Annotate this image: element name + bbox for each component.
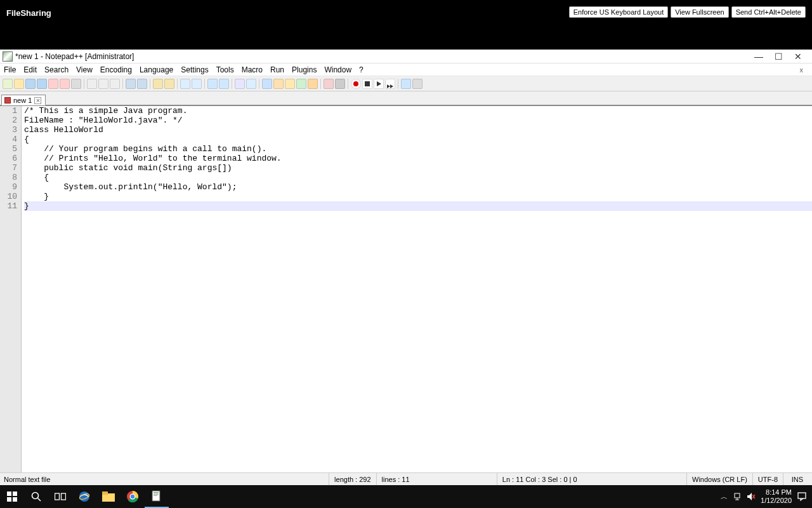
tab-modified-icon [4,97,11,104]
gutter-line: 4 [0,135,17,144]
tray-volume-icon[interactable] [747,492,756,501]
toolbar-separator [232,79,232,89]
toolbar-zoom-in-icon[interactable] [180,79,190,89]
toolbar-play-multi-icon[interactable] [385,79,395,89]
toolbar-replace-icon[interactable] [164,79,174,89]
search-button[interactable] [24,485,48,508]
tray-clock[interactable]: 8:14 PM 1/12/2020 [761,488,792,505]
toolbar-find-icon[interactable] [153,79,163,89]
task-view-button[interactable] [48,485,72,508]
taskbar-explorer[interactable] [96,485,121,508]
taskbar-notepadpp[interactable] [145,485,169,508]
code-line[interactable]: } [24,201,812,211]
close-button[interactable]: ✕ [794,51,802,62]
menu-language[interactable]: Language [140,65,173,74]
titlebar[interactable]: *new 1 - Notepad++ [Administrator] — ☐ ✕ [0,50,812,64]
toolbar-close-icon[interactable] [48,79,58,89]
line-gutter: 1234567891011 [0,106,22,472]
toolbar-stop-icon[interactable] [362,79,372,89]
toolbar [0,76,812,91]
toolbar-save-icon[interactable] [25,79,36,89]
toolbar-lang-icon[interactable] [273,79,284,89]
window-controls: — ☐ ✕ [754,51,809,62]
menu-settings[interactable]: Settings [181,65,208,74]
toolbar-separator [122,79,123,89]
code-line[interactable]: /* This is a simple Java program. [24,106,812,116]
taskbar-ie[interactable] [72,485,96,508]
host-btn-cad[interactable]: Send Ctrl+Alt+Delete [731,6,806,18]
toolbar-cut-icon[interactable] [87,79,97,89]
toolbar-unfold-icon[interactable] [296,79,306,89]
menu-view[interactable]: View [76,65,93,74]
toolbar-record-icon[interactable] [351,79,361,89]
menu-tools[interactable]: Tools [216,65,234,74]
gutter-line: 5 [0,144,17,154]
menu-help[interactable]: ? [359,65,363,74]
toolbar-macro-save-icon[interactable] [401,79,411,89]
code-line[interactable]: { [24,173,812,182]
menu-search[interactable]: Search [44,65,69,74]
tray-notifications-icon[interactable] [797,491,807,502]
toolbar-play-icon[interactable] [374,79,384,89]
code-line[interactable]: // Prints "Hello, World" to the terminal… [24,154,812,163]
toolbar-wrap-icon[interactable] [235,79,245,89]
code-line[interactable]: System.out.println("Hello, World"); [24,182,812,192]
editor[interactable]: 1234567891011 /* This is a simple Java p… [0,105,812,472]
window-title: *new 1 - Notepad++ [Administrator] [15,52,754,61]
host-btn-fullscreen[interactable]: View Fullscreen [671,6,728,18]
tab-close-icon[interactable]: × [34,97,41,104]
host-btn-keyboard[interactable]: Enforce US Keyboard Layout [569,6,668,18]
toolbar-open-icon[interactable] [14,79,24,89]
toolbar-undo-icon[interactable] [126,79,136,89]
code-line[interactable]: public static void main(String args[]) [24,163,812,173]
svg-rect-25 [798,493,806,498]
code-line[interactable]: // Your program begins with a call to ma… [24,144,812,154]
minimize-button[interactable]: — [754,51,763,62]
menu-macro[interactable]: Macro [242,65,263,74]
tray-chevron-icon[interactable]: ︿ [721,492,728,502]
svg-rect-3 [13,497,17,502]
toolbar-separator [84,79,84,89]
toolbar-new-icon[interactable] [3,79,13,89]
svg-rect-18 [154,495,157,496]
start-button[interactable] [0,485,24,508]
status-mode[interactable]: INS [783,473,808,485]
status-eol[interactable]: Windows (CR LF) [686,473,752,485]
toolbar-fold-icon[interactable] [285,79,295,89]
menu-file[interactable]: File [4,65,16,74]
menu-window[interactable]: Window [324,65,351,74]
code-area[interactable]: /* This is a simple Java program.FileNam… [22,106,812,472]
toolbar-redo-icon[interactable] [137,79,147,89]
menu-plugins[interactable]: Plugins [292,65,317,74]
toolbar-sync-h-icon[interactable] [219,79,229,89]
code-line[interactable]: } [24,192,812,201]
toolbar-paste-icon[interactable] [110,79,120,89]
toolbar-folder-icon[interactable] [308,79,318,89]
tab-label: new 1 [13,97,32,104]
tray-network-icon[interactable] [733,492,742,501]
tab-new-1[interactable]: new 1 × [1,95,46,105]
toolbar-func-list-icon[interactable] [335,79,345,89]
toolbar-copy-icon[interactable] [98,79,108,89]
code-line[interactable]: { [24,135,812,144]
taskbar-chrome[interactable] [121,485,145,508]
toolbar-sync-v-icon[interactable] [207,79,218,89]
toolbar-save-all-icon[interactable] [37,79,47,89]
code-line[interactable]: FileName : "HelloWorld.java". */ [24,116,812,125]
toolbar-monitor-icon[interactable] [412,79,422,89]
toolbar-doc-map-icon[interactable] [324,79,334,89]
toolbar-all-chars-icon[interactable] [246,79,256,89]
status-encoding[interactable]: UTF-8 [752,473,783,485]
toolbar-indent-guide-icon[interactable] [262,79,272,89]
code-line[interactable]: class HelloWorld [24,125,812,135]
maximize-button[interactable]: ☐ [775,51,783,62]
toolbar-print-icon[interactable] [71,79,81,89]
toolbar-close-all-icon[interactable] [60,79,70,89]
doc-close-icon[interactable]: x [800,66,809,74]
toolbar-zoom-out-icon[interactable] [192,79,202,89]
status-length: length : 292 [329,473,376,485]
menu-edit[interactable]: Edit [23,65,37,74]
app-icon [3,51,13,62]
menu-run[interactable]: Run [270,65,284,74]
menu-encoding[interactable]: Encoding [100,65,132,74]
